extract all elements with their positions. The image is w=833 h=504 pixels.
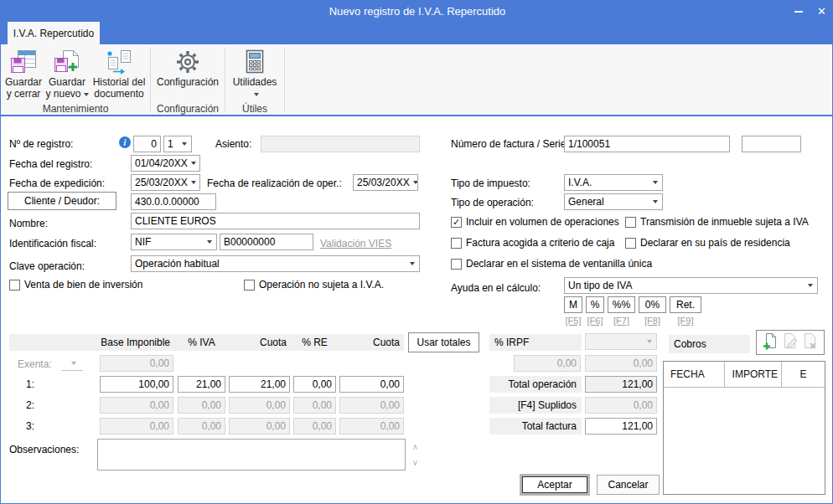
- window-title: Nuevo registro de I.V.A. Repercutido: [1, 1, 833, 22]
- header-cuota: Cuota: [229, 334, 287, 351]
- calc-button-pctpct[interactable]: %%: [608, 296, 635, 313]
- validacion-vies-link[interactable]: Validación VIES: [320, 238, 391, 249]
- cuenta-cliente-input[interactable]: 430.0.0.00000: [131, 193, 216, 210]
- cobros-header-importe[interactable]: IMPORTE: [725, 362, 782, 387]
- configuration-label: Configuración: [157, 76, 219, 88]
- save-new-button[interactable]: Guardar y nuevo: [45, 48, 89, 110]
- fecha-realizacion-select[interactable]: 25/03/20XX: [353, 174, 418, 191]
- save-close-button[interactable]: Guardar y cerrar: [3, 48, 44, 110]
- titlebar: Nuevo registro de I.V.A. Repercutido ✕: [1, 1, 833, 22]
- total-factura-value[interactable]: 121,00: [585, 418, 657, 435]
- checkbox-transmision-inmueble[interactable]: Transmisión de inmueble sujeta a IVA: [625, 216, 809, 228]
- minimize-button[interactable]: [787, 1, 810, 22]
- checkbox-no-sujeta[interactable]: Operación no sujeta a I.V.A.: [244, 279, 384, 291]
- save-new-label-1: Guardar: [49, 76, 85, 88]
- cliente-deudor-button[interactable]: Cliente / Deudor:: [8, 192, 116, 210]
- configuration-button[interactable]: Configuración: [153, 48, 223, 110]
- row-label: 3:: [9, 418, 34, 435]
- id-fiscal-label: Identificación fiscal:: [9, 238, 96, 249]
- id-fiscal-input[interactable]: B00000000: [220, 234, 313, 250]
- serie-input[interactable]: [742, 136, 801, 152]
- chevron-down-icon: [653, 200, 658, 203]
- row1-cuota-re-input[interactable]: 0,00: [339, 376, 404, 393]
- chevron-down-icon: [191, 181, 196, 184]
- delete-cobro-icon: [802, 332, 819, 353]
- row2-base-input: 0,00: [100, 397, 173, 414]
- num-registro-sub-select[interactable]: 1: [163, 136, 192, 152]
- row1-iva-input[interactable]: 21,00: [178, 376, 225, 393]
- document-history-label-1: Historial del: [93, 76, 146, 88]
- row2-re-input: 0,00: [293, 397, 336, 414]
- cobros-header-e[interactable]: E: [782, 362, 825, 387]
- fkey-f5-link[interactable]: [F5]: [564, 316, 582, 326]
- aceptar-button[interactable]: Aceptar: [520, 474, 590, 496]
- fecha-expedicion-label: Fecha de expedición:: [9, 177, 105, 189]
- row1-base-input[interactable]: 100,00: [100, 376, 173, 393]
- header-cuota-re: Cuota: [339, 334, 400, 351]
- cobros-table: FECHA IMPORTE E: [663, 361, 825, 495]
- chevron-down-icon: [182, 142, 187, 146]
- chevron-down-icon: [410, 262, 415, 265]
- tipo-operacion-label: Tipo de operación:: [451, 197, 534, 208]
- scroll-up-icon[interactable]: ∧: [409, 439, 422, 454]
- tipo-operacion-select[interactable]: General: [564, 193, 663, 210]
- irpf-header: % IRPF: [489, 334, 582, 351]
- info-icon[interactable]: i: [119, 136, 131, 148]
- row1-re-input[interactable]: 0,00: [293, 376, 336, 393]
- gear-icon: [175, 48, 200, 76]
- tipo-impuesto-label: Tipo de impuesto:: [451, 177, 530, 189]
- tab-iva-repercutido[interactable]: I.V.A. Repercutido: [8, 22, 100, 44]
- row3-cuota-input: 0,00: [229, 418, 290, 435]
- calc-button-ret[interactable]: Ret.: [670, 296, 701, 313]
- calc-button-m[interactable]: M: [564, 296, 582, 313]
- asiento-input: [261, 136, 420, 152]
- checkbox-incluir-volumen[interactable]: ✓ Incluir en volumen de operaciones: [451, 216, 619, 228]
- row-label: 2:: [9, 397, 34, 414]
- fkey-f8-link[interactable]: [F8]: [639, 316, 666, 326]
- total-operacion-label: Total operación: [489, 376, 582, 393]
- cancelar-button[interactable]: Cancelar: [597, 475, 660, 495]
- new-cobro-icon[interactable]: [762, 332, 779, 353]
- fecha-registro-select[interactable]: 01/04/20XX: [131, 155, 200, 172]
- checkbox-venta-inversion[interactable]: Venta de bien de inversión: [9, 279, 142, 291]
- close-icon: ✕: [817, 5, 826, 18]
- save-close-label-1: Guardar: [5, 76, 42, 88]
- fkey-f6-link[interactable]: [F6]: [586, 316, 604, 326]
- chevron-down-icon: [191, 162, 196, 165]
- calc-button-pct[interactable]: %: [586, 296, 604, 313]
- id-fiscal-tipo-select[interactable]: NIF: [131, 234, 217, 250]
- utilities-button[interactable]: Utilidades: [227, 48, 282, 110]
- close-button[interactable]: ✕: [810, 1, 833, 22]
- document-history-button[interactable]: Historial del documento: [90, 48, 148, 110]
- row1-cuota-input[interactable]: 21,00: [229, 376, 290, 393]
- clave-operacion-label: Clave operación:: [9, 260, 85, 272]
- irpf-cuota-value: 0,00: [585, 355, 657, 372]
- calc-button-0pct[interactable]: 0%: [639, 296, 666, 313]
- num-registro-input[interactable]: 0: [133, 136, 161, 152]
- nombre-input[interactable]: CLIENTE EUROS: [131, 213, 420, 229]
- group-label-configuration: Configuración: [153, 103, 223, 115]
- checkbox-ventanilla-unica[interactable]: Declarar en el sistema de ventanilla úni…: [451, 258, 652, 270]
- fkey-f7-link[interactable]: [F7]: [608, 316, 635, 326]
- tipo-impuesto-select[interactable]: I.V.A.: [564, 174, 663, 191]
- cobros-label: Cobros: [669, 335, 750, 353]
- checkbox-pais-residencia[interactable]: Declarar en su país de residencia: [625, 237, 790, 249]
- checkbox-criterio-caja[interactable]: Factura acogida a criterio de caja: [451, 237, 614, 249]
- usar-totales-button[interactable]: Usar totales: [408, 332, 479, 352]
- fecha-registro-label: Fecha del registro:: [9, 158, 92, 170]
- observaciones-textarea[interactable]: [97, 439, 406, 471]
- row3-base-input: 0,00: [100, 418, 173, 435]
- num-factura-input[interactable]: 1/100051: [564, 136, 730, 152]
- header-pct-iva: % IVA: [178, 334, 225, 351]
- fecha-expedicion-select[interactable]: 25/03/20XX: [131, 174, 200, 191]
- dialog-window: Nuevo registro de I.V.A. Repercutido ✕ I…: [0, 0, 833, 504]
- chevron-down-icon: [653, 181, 658, 184]
- suplidos-value: 0,00: [585, 397, 657, 414]
- cobros-table-header: FECHA IMPORTE E: [664, 362, 825, 388]
- fkey-f9-link[interactable]: [F9]: [670, 316, 701, 326]
- ayuda-calculo-select[interactable]: Un tipo de IVA: [564, 277, 818, 294]
- scroll-down-icon[interactable]: ∨: [409, 455, 422, 470]
- cobros-header-fecha[interactable]: FECHA: [664, 362, 725, 387]
- clave-operacion-select[interactable]: Operación habitual: [131, 255, 420, 272]
- ayuda-calculo-label: Ayuda en el cálculo:: [451, 282, 541, 294]
